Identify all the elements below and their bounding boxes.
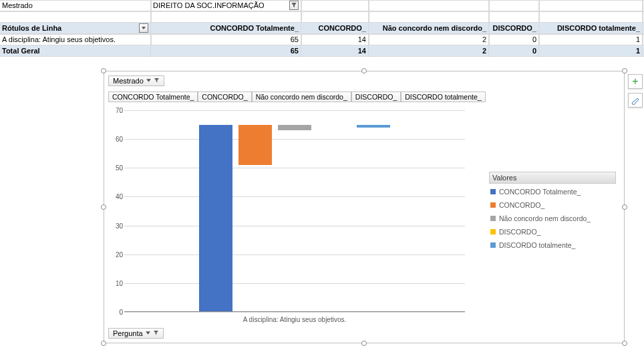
selection-handle[interactable]	[622, 341, 627, 346]
chevron-down-icon	[145, 329, 151, 337]
row-labels-text: Rótulos de Linha	[2, 24, 61, 32]
empty-cell[interactable]	[301, 11, 369, 22]
legend-item: DISCORDO totalmente_	[490, 241, 616, 249]
chart-legend: Valores CONCORDO Totalmente_CONCORDO_Não…	[489, 172, 616, 254]
y-tick-label: 40	[116, 193, 123, 200]
filter-value-text: DIREITO DA SOC.INFORMAÇÃO	[153, 1, 265, 9]
legend-label: DISCORDO totalmente_	[499, 241, 575, 249]
bar[interactable]	[357, 125, 390, 128]
legend-item: CONCORDO_	[490, 201, 616, 209]
y-tick-label: 60	[116, 136, 123, 143]
chevron-down-icon	[146, 77, 152, 85]
legend-label: CONCORDO Totalmente_	[499, 188, 581, 196]
filter-dropdown-icon[interactable]	[289, 1, 299, 10]
empty-cell[interactable]	[539, 0, 643, 11]
data-cell[interactable]: 1	[539, 34, 643, 45]
chart-add-element-button[interactable]: +	[628, 74, 643, 89]
bars-container	[124, 110, 465, 312]
chart-field-button-row: Mestrado	[108, 75, 164, 86]
legend-swatch	[490, 189, 496, 194]
col-header[interactable]: DISCORDO totalmente_	[539, 23, 643, 33]
cell-mestrado-label[interactable]: Mestrado	[0, 0, 151, 11]
selection-handle[interactable]	[622, 204, 627, 210]
col-header[interactable]: CONCORDO_	[301, 23, 369, 33]
series-button[interactable]: DISCORDO totalmente_	[401, 92, 485, 102]
selection-handle[interactable]	[361, 68, 367, 73]
empty-cell[interactable]	[489, 0, 539, 11]
row-label[interactable]: A disciplina: Atingiu seus objetivos.	[0, 34, 151, 45]
legend-swatch	[490, 242, 496, 248]
funnel-icon	[154, 77, 160, 85]
empty-cell[interactable]	[369, 0, 489, 11]
chart-filter-label: Mestrado	[113, 77, 144, 85]
series-button[interactable]: DISCORDO_	[351, 92, 401, 102]
empty-cell[interactable]	[489, 11, 539, 22]
selection-handle[interactable]	[622, 68, 627, 73]
legend-label: DISCORDO_	[499, 228, 540, 236]
selection-handle[interactable]	[101, 341, 106, 346]
total-cell[interactable]: 0	[489, 45, 539, 56]
y-tick-label: 50	[116, 164, 123, 172]
empty-cell[interactable]	[539, 11, 643, 22]
bar[interactable]	[238, 125, 272, 165]
total-cell[interactable]: 2	[369, 45, 489, 56]
total-cell[interactable]: 1	[539, 45, 643, 56]
row-labels-header[interactable]: Rótulos de Linha	[0, 23, 151, 33]
empty-cell[interactable]	[369, 11, 489, 22]
data-cell[interactable]: 14	[301, 34, 369, 45]
y-tick-label: 20	[116, 250, 123, 258]
legend-item: CONCORDO Totalmente_	[490, 188, 616, 196]
total-cell[interactable]: 14	[301, 45, 369, 56]
chart-series-buttons: CONCORDO Totalmente_ CONCORDO_ Não conco…	[108, 92, 486, 102]
total-label[interactable]: Total Geral	[0, 45, 151, 56]
y-axis: 010203040506070	[108, 110, 123, 312]
pivot-data-row: A disciplina: Atingiu seus objetivos. 65…	[0, 34, 644, 45]
sheet-row	[0, 11, 644, 23]
data-cell[interactable]: 0	[489, 34, 539, 45]
legend-label: Não concordo nem discordo_	[499, 214, 591, 222]
y-tick-label: 30	[116, 222, 123, 229]
series-button[interactable]: CONCORDO Totalmente_	[108, 92, 198, 102]
legend-item: DISCORDO_	[490, 228, 616, 236]
chart-filter-pergunta[interactable]: Pergunta	[108, 328, 164, 339]
legend-item: Não concordo nem discordo_	[490, 214, 616, 222]
empty-cell[interactable]	[301, 0, 369, 11]
bar[interactable]	[278, 125, 311, 131]
legend-label: CONCORDO_	[499, 201, 544, 209]
y-tick-label: 10	[116, 279, 123, 287]
cell-filter-value[interactable]: DIREITO DA SOC.INFORMAÇÃO	[151, 0, 301, 11]
empty-cell[interactable]	[151, 11, 301, 22]
legend-swatch	[490, 216, 496, 221]
selection-handle[interactable]	[101, 204, 106, 210]
empty-cell[interactable]	[0, 11, 151, 22]
pivot-total-row: Total Geral 65 14 2 0 1	[0, 45, 644, 57]
legend-swatch	[490, 202, 496, 208]
chart-side-tools: +	[628, 74, 643, 108]
spreadsheet-grid: Mestrado DIREITO DA SOC.INFORMAÇÃO Rótul…	[0, 0, 644, 57]
y-tick-label: 0	[119, 309, 123, 316]
data-cell[interactable]: 2	[369, 34, 489, 45]
legend-title: Valores	[489, 172, 616, 184]
category-label: A disciplina: Atingiu seus objetivos.	[124, 312, 465, 323]
bar-group	[124, 125, 465, 312]
chart-filter-label: Pergunta	[113, 329, 143, 337]
y-tick-label: 70	[116, 107, 123, 114]
sheet-row: Mestrado DIREITO DA SOC.INFORMAÇÃO	[0, 0, 644, 11]
col-header[interactable]: CONCORDO Totalmente_	[151, 23, 301, 33]
total-cell[interactable]: 65	[151, 45, 301, 56]
selection-handle[interactable]	[361, 341, 367, 346]
pivot-chart[interactable]: + Mestrado CONCORDO Totalmente_ CONCORDO…	[104, 71, 625, 343]
funnel-icon	[153, 329, 159, 337]
col-header[interactable]: Não concordo nem discordo_	[369, 23, 489, 33]
bar[interactable]	[199, 125, 232, 312]
pivot-header-row: Rótulos de Linha CONCORDO Totalmente_ CO…	[0, 23, 644, 34]
data-cell[interactable]: 65	[151, 34, 301, 45]
chart-style-brush-button[interactable]	[628, 93, 643, 108]
selection-handle[interactable]	[101, 68, 106, 73]
chart-filter-mestrado[interactable]: Mestrado	[108, 75, 164, 86]
series-button[interactable]: Não concordo nem discordo_	[252, 92, 351, 102]
row-labels-dropdown-icon[interactable]	[139, 23, 148, 33]
series-button[interactable]: CONCORDO_	[198, 92, 251, 102]
chart-plot-area: 010203040506070 A disciplina: Atingiu se…	[124, 110, 465, 312]
col-header[interactable]: DISCORDO_	[489, 23, 539, 33]
